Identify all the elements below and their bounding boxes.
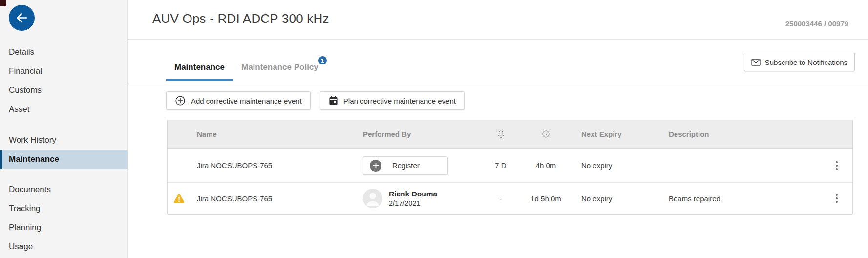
add-event-label: Add corrective maintenance event — [191, 97, 302, 105]
column-header-next-expiry: Next Expiry — [567, 130, 650, 138]
plan-event-label: Plan corrective maintenance event — [343, 97, 456, 105]
notification-value: - — [476, 194, 525, 203]
header-divider — [128, 39, 868, 40]
bell-icon — [476, 129, 525, 139]
sidebar-item-planning[interactable]: Planning — [0, 218, 128, 237]
circle-plus-icon — [175, 95, 186, 106]
warning-icon — [173, 194, 185, 203]
sidebar-group-top: Details Financial Customs Asset — [0, 43, 128, 119]
clock-icon — [525, 130, 567, 138]
duration-value: 4h 0m — [525, 161, 567, 170]
duration-value: 1d 5h 0m — [525, 194, 567, 203]
performed-by-name: Rienk Douma — [389, 189, 437, 198]
next-expiry-value: No expiry — [567, 194, 650, 203]
column-header-description: Description — [650, 130, 821, 138]
envelope-icon — [751, 59, 761, 66]
sidebar-item-asset[interactable]: Asset — [0, 100, 128, 119]
event-name: Jira NOCSUBOPS-765 — [197, 194, 272, 203]
sidebar-group-bottom: Documents Tracking Planning Usage — [0, 180, 128, 256]
subscribe-to-notifications-button[interactable]: Subscribe to Notifications — [744, 53, 855, 71]
subscribe-label: Subscribe to Notifications — [765, 58, 847, 66]
policy-count-badge: 1 — [318, 56, 327, 64]
tab-maintenance-policy-label: Maintenance Policy — [241, 63, 318, 72]
sidebar-item-tracking[interactable]: Tracking — [0, 199, 128, 218]
add-corrective-maintenance-event-button[interactable]: Add corrective maintenance event — [166, 91, 311, 110]
asset-reference-number: 250003446 / 00979 — [785, 20, 848, 28]
row-menu-button[interactable] — [833, 158, 841, 173]
column-header-name: Name — [168, 130, 357, 138]
plan-corrective-maintenance-event-button[interactable]: Plan corrective maintenance event — [320, 91, 465, 110]
table-row: Jira NOCSUBOPS-765 Register 7 D 4h 0m No… — [168, 149, 852, 183]
back-button[interactable] — [9, 5, 35, 31]
event-name: Jira NOCSUBOPS-765 — [168, 161, 357, 170]
row-menu-button[interactable] — [833, 191, 841, 206]
tab-maintenance-label: Maintenance — [174, 63, 225, 72]
register-button[interactable]: Register — [363, 156, 448, 175]
table-row: Jira NOCSUBOPS-765 Rienk Douma 2/17/2021… — [168, 183, 852, 214]
sidebar-item-maintenance[interactable]: Maintenance — [0, 150, 128, 169]
notification-value: 7 D — [476, 161, 525, 170]
page-title: AUV Ops - RDI ADCP 300 kHz — [152, 11, 329, 26]
calendar-icon — [329, 96, 338, 106]
performed-by-date: 2/17/2021 — [389, 199, 437, 208]
sidebar-group-middle: Work History Maintenance — [0, 130, 128, 169]
sidebar-item-financial[interactable]: Financial — [0, 62, 128, 81]
tab-maintenance-policy[interactable]: Maintenance Policy 1 — [233, 51, 327, 81]
tab-maintenance[interactable]: Maintenance — [166, 51, 233, 81]
next-expiry-value: No expiry — [567, 161, 650, 170]
maintenance-events-table: Name Performed By Next Expiry Descriptio… — [167, 120, 853, 215]
description-value: Beams repaired — [650, 194, 821, 203]
column-header-performed-by: Performed By — [357, 130, 476, 138]
plus-icon — [370, 160, 381, 172]
sidebar-item-customs[interactable]: Customs — [0, 81, 128, 100]
sidebar-item-details[interactable]: Details — [0, 43, 128, 62]
avatar — [363, 189, 382, 208]
tab-bar-divider — [128, 84, 868, 84]
sidebar: Details Financial Customs Asset Work His… — [0, 0, 128, 258]
sidebar-item-work-history[interactable]: Work History — [0, 130, 128, 150]
sidebar-item-documents[interactable]: Documents — [0, 180, 128, 199]
arrow-left-icon — [15, 11, 28, 24]
sidebar-item-usage[interactable]: Usage — [0, 237, 128, 256]
maintenance-toolbar: Add corrective maintenance event Plan co… — [166, 91, 465, 110]
table-header-row: Name Performed By Next Expiry Descriptio… — [168, 120, 852, 149]
register-label: Register — [392, 161, 420, 170]
tab-bar: Maintenance Maintenance Policy 1 — [166, 51, 327, 81]
screen-corner-artifact — [0, 0, 6, 6]
